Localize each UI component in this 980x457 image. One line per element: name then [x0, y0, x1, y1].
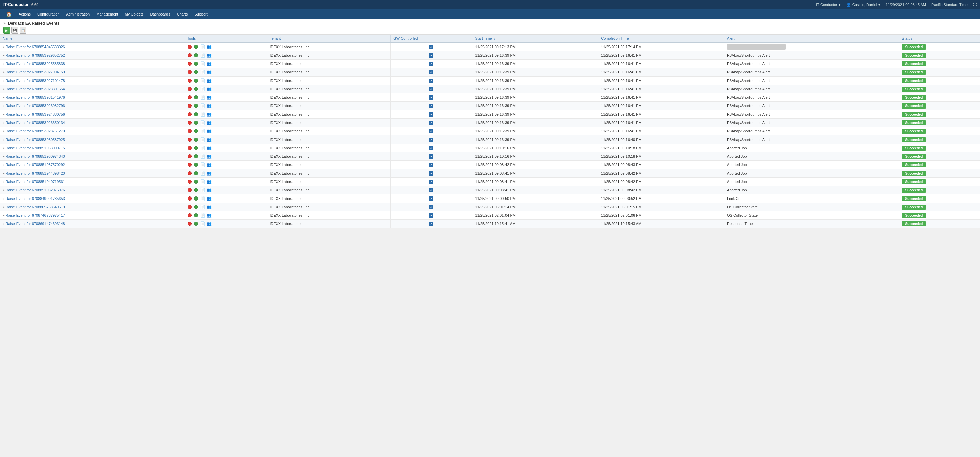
tool-stop-icon[interactable]	[187, 170, 192, 176]
tool-doc-icon[interactable]: 📄	[200, 53, 205, 58]
row-expand-icon[interactable]: »	[3, 222, 5, 226]
tool-stop-icon[interactable]	[187, 128, 192, 134]
tool-stop-icon[interactable]	[187, 103, 192, 108]
event-name-link[interactable]: Raise Event for 6708853923301554	[6, 87, 65, 91]
tool-stop-icon[interactable]	[187, 162, 192, 167]
tool-stop-icon[interactable]	[187, 204, 192, 210]
tool-start-icon[interactable]	[193, 44, 199, 49]
tool-start-icon[interactable]	[193, 145, 199, 151]
row-expand-icon[interactable]: »	[3, 70, 5, 74]
tool-person-icon[interactable]: 👥	[206, 179, 212, 184]
tool-person-icon[interactable]: 👥	[206, 78, 212, 83]
event-name-link[interactable]: Raise Event for 6708805758549519	[6, 205, 65, 209]
tool-doc-icon[interactable]: 📄	[200, 179, 205, 184]
tool-person-icon[interactable]: 👥	[206, 154, 212, 159]
tool-stop-icon[interactable]	[187, 95, 192, 100]
col-tenant[interactable]: Tenant	[267, 35, 391, 43]
tool-stop-icon[interactable]	[187, 187, 192, 193]
tool-start-icon[interactable]	[193, 196, 199, 201]
nav-administration[interactable]: Administration	[63, 11, 93, 18]
fullscreen-icon[interactable]: ⛶	[973, 3, 977, 7]
expand-icon[interactable]: »	[3, 21, 6, 25]
event-name-link[interactable]: Raise Event for 6708853923982796	[6, 104, 65, 108]
event-name-link[interactable]: Raise Event for 6708691474393148	[6, 222, 65, 226]
gw-checkbox[interactable]: ✓	[429, 121, 433, 125]
gw-checkbox[interactable]: ✓	[429, 222, 433, 226]
tool-start-icon[interactable]	[193, 95, 199, 100]
row-expand-icon[interactable]: »	[3, 155, 5, 158]
tool-start-icon[interactable]	[193, 162, 199, 167]
tool-doc-icon[interactable]: 📄	[200, 154, 205, 159]
tool-person-icon[interactable]: 👥	[206, 120, 212, 125]
event-name-link[interactable]: Raise Event for 6708853929652752	[6, 53, 65, 57]
nav-support[interactable]: Support	[191, 11, 211, 18]
tool-stop-icon[interactable]	[187, 61, 192, 66]
row-expand-icon[interactable]: »	[3, 62, 5, 66]
tool-doc-icon[interactable]: 📄	[200, 61, 205, 66]
tool-person-icon[interactable]: 👥	[206, 162, 212, 167]
event-name-link[interactable]: Raise Event for 6708851937570292	[6, 163, 65, 167]
row-expand-icon[interactable]: »	[3, 146, 5, 150]
nav-dashboards[interactable]: Dashboards	[146, 11, 173, 18]
gw-checkbox[interactable]: ✓	[429, 137, 433, 142]
tool-person-icon[interactable]: 👥	[206, 69, 212, 75]
gw-checkbox[interactable]: ✓	[429, 163, 433, 167]
col-start-time[interactable]: Start Time ↓	[472, 35, 598, 43]
row-expand-icon[interactable]: »	[3, 45, 5, 49]
row-expand-icon[interactable]: »	[3, 180, 5, 184]
tenant-label[interactable]: IT-Conductor ▾	[816, 3, 841, 7]
col-name[interactable]: Name	[0, 35, 185, 43]
event-name-link[interactable]: Raise Event for 6708853924830756	[6, 112, 65, 116]
gw-checkbox[interactable]: ✓	[429, 180, 433, 184]
tool-person-icon[interactable]: 👥	[206, 95, 212, 100]
gw-checkbox[interactable]: ✓	[429, 70, 433, 75]
event-name-link[interactable]: Raise Event for 6708853927101478	[6, 78, 65, 83]
tool-person-icon[interactable]: 👥	[206, 170, 212, 176]
row-expand-icon[interactable]: »	[3, 172, 5, 175]
tool-person-icon[interactable]: 👥	[206, 187, 212, 193]
tool-start-icon[interactable]	[193, 78, 199, 83]
tool-stop-icon[interactable]	[187, 221, 192, 226]
tool-stop-icon[interactable]	[187, 213, 192, 218]
row-expand-icon[interactable]: »	[3, 96, 5, 99]
row-expand-icon[interactable]: »	[3, 79, 5, 83]
tool-start-icon[interactable]	[193, 86, 199, 92]
row-expand-icon[interactable]: »	[3, 87, 5, 91]
row-expand-icon[interactable]: »	[3, 197, 5, 201]
tool-doc-icon[interactable]: 📄	[200, 196, 205, 201]
tool-person-icon[interactable]: 👥	[206, 221, 212, 226]
user-info[interactable]: 👤 Castillo, Daniel ▾	[846, 3, 880, 7]
col-completion-time[interactable]: Completion Time	[598, 35, 724, 43]
save-button[interactable]: 💾	[11, 27, 18, 34]
nav-configuration[interactable]: Configuration	[34, 11, 63, 18]
col-alert[interactable]: Alert	[724, 35, 899, 43]
tool-start-icon[interactable]	[193, 103, 199, 108]
tool-start-icon[interactable]	[193, 187, 199, 193]
nav-charts[interactable]: Charts	[173, 11, 191, 18]
tool-doc-icon[interactable]: 📄	[200, 86, 205, 92]
event-name-link[interactable]: Raise Event for 6708851940719561	[6, 180, 65, 184]
nav-actions[interactable]: Actions	[15, 11, 34, 18]
tool-doc-icon[interactable]: 📄	[200, 103, 205, 108]
event-name-link[interactable]: Raise Event for 6708851944398420	[6, 171, 65, 175]
tool-person-icon[interactable]: 👥	[206, 61, 212, 66]
tool-doc-icon[interactable]: 📄	[200, 162, 205, 167]
tool-start-icon[interactable]	[193, 154, 199, 159]
tool-stop-icon[interactable]	[187, 86, 192, 92]
gw-checkbox[interactable]: ✓	[429, 53, 433, 57]
gw-checkbox[interactable]: ✓	[429, 171, 433, 175]
gw-checkbox[interactable]: ✓	[429, 213, 433, 218]
tool-person-icon[interactable]: 👥	[206, 204, 212, 210]
tool-start-icon[interactable]	[193, 213, 199, 218]
tool-person-icon[interactable]: 👥	[206, 196, 212, 201]
tool-doc-icon[interactable]: 📄	[200, 44, 205, 49]
tool-doc-icon[interactable]: 📄	[200, 187, 205, 193]
tool-start-icon[interactable]	[193, 69, 199, 75]
col-tools[interactable]: Tools	[185, 35, 267, 43]
row-expand-icon[interactable]: »	[3, 121, 5, 125]
tool-person-icon[interactable]: 👥	[206, 86, 212, 92]
event-name-link[interactable]: Raise Event for 6708849991785653	[6, 196, 65, 201]
row-expand-icon[interactable]: »	[3, 54, 5, 57]
tool-doc-icon[interactable]: 📄	[200, 204, 205, 210]
tool-doc-icon[interactable]: 📄	[200, 170, 205, 176]
